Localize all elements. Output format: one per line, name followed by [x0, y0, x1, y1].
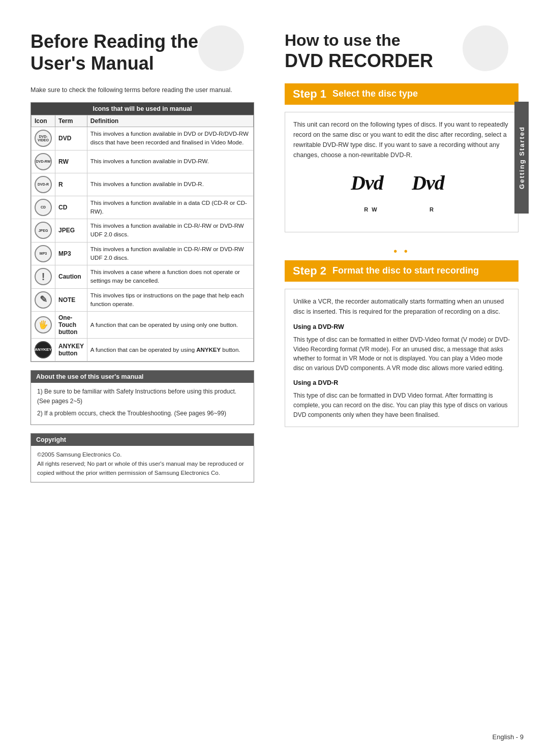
table-row: 🖐One-Touch buttonA function that can be … — [32, 312, 254, 339]
about-box: About the use of this user's manual 1) B… — [30, 370, 254, 425]
table-row: MP3MP3This involves a function available… — [32, 242, 254, 265]
onetouch-icon: 🖐 — [35, 316, 52, 334]
step1-content: This unit can record on the following ty… — [285, 112, 518, 232]
table-row: DVD-VIDEODVDThis involves a function ava… — [32, 127, 254, 150]
term-cell: R — [55, 173, 87, 196]
using-dvdr-header: Using a DVD-R — [293, 378, 510, 388]
table-row: DVD-RRThis involves a function available… — [32, 173, 254, 196]
using-dvdrw-header: Using a DVD-RW — [293, 322, 510, 332]
icon-cell: JPEG — [32, 219, 55, 243]
disc-icon: MP3 — [35, 245, 52, 262]
sidebar-tab: Getting Started — [514, 102, 529, 214]
icon-cell: ! — [32, 265, 55, 289]
sidebar-label: Getting Started — [518, 126, 526, 189]
divider-dots: • • — [285, 246, 518, 257]
step1-number: Step 1 — [293, 87, 326, 101]
step2-header: Step 2 Format the disc to start recordin… — [285, 260, 518, 282]
table-row: ANYKEYANYKEY buttonA function that can b… — [32, 339, 254, 361]
dvd-rw-icon-item: Dvd R W — [351, 170, 391, 215]
table-row: JPEGJPEGThis involves a function availab… — [32, 219, 254, 243]
caution-icon: ! — [35, 268, 52, 285]
left-title-area: Before Reading the User's Manual — [30, 31, 254, 74]
definition-cell: This involves a function available in CD… — [87, 242, 253, 265]
using-dvdr-text: This type of disc can be formatted in DV… — [293, 391, 510, 419]
definition-cell: This involves a function available in DV… — [87, 173, 253, 196]
dvd-r-label: R — [430, 205, 435, 215]
col-icon: Icon — [32, 115, 55, 127]
right-title-line2: DVD RECORDER — [285, 50, 433, 71]
icon-cell: ✎ — [32, 288, 55, 312]
definition-cell: This involves a case where a function do… — [87, 265, 253, 289]
definition-cell: This involves a function available in DV… — [87, 150, 253, 173]
definition-cell: This involves a function available in DV… — [87, 127, 253, 150]
definition-cell: This involves a function available in a … — [87, 196, 253, 219]
dvd-icons-area: Dvd R W Dvd R — [293, 160, 510, 225]
note-icon: ✎ — [35, 291, 52, 309]
term-cell: RW — [55, 150, 87, 173]
title-line1: Before Reading the — [30, 31, 198, 52]
right-title-decoration — [463, 25, 508, 71]
definition-cell: This involves a function available in CD… — [87, 219, 253, 243]
disc-icon: DVD-R — [35, 176, 52, 193]
table-row: CDCDThis involves a function available i… — [32, 196, 254, 219]
step2-text: Unlike a VCR, the recorder automatically… — [293, 296, 510, 317]
left-title: Before Reading the User's Manual — [30, 31, 198, 74]
right-title: How to use the DVD RECORDER — [285, 31, 433, 72]
term-cell: NOTE — [55, 288, 87, 312]
copyright-header: Copyright — [31, 434, 254, 446]
icons-table-header: Icons that will be used in manual — [31, 103, 254, 115]
definition-cell: A function that can be operated by using… — [87, 339, 253, 361]
disc-icon: JPEG — [35, 222, 52, 239]
title-line2: User's Manual — [30, 53, 154, 74]
term-cell: CD — [55, 196, 87, 219]
step1-title: Select the disc type — [332, 88, 418, 99]
icons-table-wrapper: Icons that will be used in manual Icon T… — [30, 102, 254, 362]
table-row: ✎NOTEThis involves tips or instructions … — [32, 288, 254, 312]
anykey-icon: ANYKEY — [35, 341, 52, 358]
col-term: Term — [55, 115, 87, 127]
intro-text: Make sure to check the following terms b… — [30, 85, 254, 95]
icon-cell: DVD-R — [32, 173, 55, 196]
icon-cell: DVD-RW — [32, 150, 55, 173]
table-row: !CautionThis involves a case where a fun… — [32, 265, 254, 289]
term-cell: Caution — [55, 265, 87, 289]
icon-cell: ANYKEY — [32, 339, 55, 361]
disc-icon: CD — [35, 199, 52, 216]
step1-text: This unit can record on the following ty… — [293, 119, 510, 160]
icon-cell: 🖐 — [32, 312, 55, 339]
about-item: 1) Be sure to be familiar with Safety In… — [37, 387, 248, 406]
left-column: Before Reading the User's Manual Make su… — [0, 0, 269, 756]
icon-cell: DVD-VIDEO — [32, 127, 55, 150]
step2-content: Unlike a VCR, the recorder automatically… — [285, 289, 518, 427]
icon-cell: MP3 — [32, 242, 55, 265]
about-content: 1) Be sure to be familiar with Safety In… — [31, 383, 254, 425]
dvd-r-icon-item: Dvd R — [412, 170, 452, 215]
step1-header: Step 1 Select the disc type — [285, 83, 518, 105]
about-item: 2) If a problem occurs, check the Troubl… — [37, 409, 248, 418]
step2-title: Format the disc to start recording — [332, 265, 479, 276]
svg-text:Dvd: Dvd — [412, 171, 445, 194]
copyright-box: Copyright ©2005 Samsung Electronics Co. … — [30, 433, 254, 482]
definition-cell: This involves tips or instructions on th… — [87, 288, 253, 312]
table-row: DVD-RWRWThis involves a function availab… — [32, 150, 254, 173]
title-decoration-circle — [198, 25, 244, 71]
right-title-line1: How to use the — [285, 31, 401, 49]
icons-table: Icon Term Definition DVD-VIDEODVDThis in… — [31, 115, 254, 361]
term-cell: JPEG — [55, 219, 87, 243]
svg-text:Dvd: Dvd — [351, 171, 384, 194]
term-cell: MP3 — [55, 242, 87, 265]
right-column: How to use the DVD RECORDER Step 1 Selec… — [269, 0, 529, 756]
dvd-rw-label: R W — [364, 205, 378, 215]
term-cell: ANYKEY button — [55, 339, 87, 361]
step2-number: Step 2 — [293, 264, 326, 278]
term-cell: DVD — [55, 127, 87, 150]
col-definition: Definition — [87, 115, 253, 127]
term-cell: One-Touch button — [55, 312, 87, 339]
dvd-rw-logo: Dvd — [351, 170, 391, 203]
disc-icon: DVD-RW — [35, 153, 52, 170]
right-title-area: How to use the DVD RECORDER — [285, 31, 518, 72]
dvd-r-logo: Dvd — [412, 170, 452, 203]
page-number: English - 9 — [493, 733, 524, 741]
using-dvdrw-text: This type of disc can be formatted in ei… — [293, 335, 510, 373]
definition-cell: A function that can be operated by using… — [87, 312, 253, 339]
